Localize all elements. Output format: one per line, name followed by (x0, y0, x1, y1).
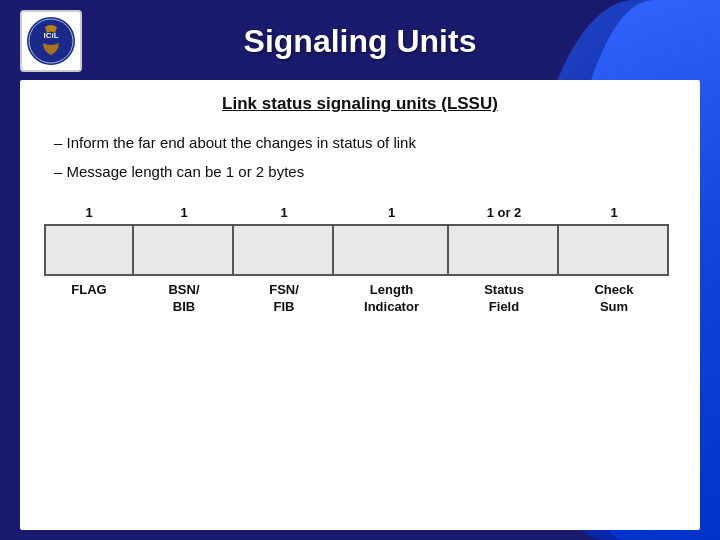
subtitle: Link status signaling units (LSSU) (44, 94, 676, 114)
bullet-item-2: – Message length can be 1 or 2 bytes (54, 161, 676, 184)
bit-fsn: 1 (234, 205, 334, 220)
field-bsn (134, 224, 234, 276)
bullet-item-1: – Inform the far end about the changes i… (54, 132, 676, 155)
label-bsn: BSN/BIB (134, 282, 234, 316)
bit-flag: 1 (44, 205, 134, 220)
label-length: LengthIndicator (334, 282, 449, 316)
label-flag: FLAG (44, 282, 134, 316)
diagram-section: 1 1 1 1 1 or 2 1 FLAG BSN/BIB FSN/FIB (44, 205, 676, 316)
page-title: Signaling Units (82, 23, 638, 60)
content-area: Link status signaling units (LSSU) – Inf… (20, 80, 700, 530)
bit-length: 1 (334, 205, 449, 220)
logo-svg: ICiL (23, 13, 79, 69)
bits-row: 1 1 1 1 1 or 2 1 (44, 205, 676, 220)
bullet-points: – Inform the far end about the changes i… (44, 132, 676, 183)
main-content: ICiL Signaling Units Link status signali… (0, 0, 720, 540)
bit-status: 1 or 2 (449, 205, 559, 220)
label-check: CheckSum (559, 282, 669, 316)
fields-row (44, 224, 676, 276)
svg-text:ICiL: ICiL (43, 31, 58, 40)
label-fsn: FSN/FIB (234, 282, 334, 316)
label-status: StatusField (449, 282, 559, 316)
field-flag (44, 224, 134, 276)
field-fsn (234, 224, 334, 276)
logo-inner: ICiL (23, 13, 79, 69)
bit-bsn: 1 (134, 205, 234, 220)
field-status (449, 224, 559, 276)
svg-point-0 (27, 17, 75, 65)
field-label-row: FLAG BSN/BIB FSN/FIB LengthIndicator Sta… (44, 282, 676, 316)
field-length (334, 224, 449, 276)
field-check (559, 224, 669, 276)
bit-check: 1 (559, 205, 669, 220)
logo-box: ICiL (20, 10, 82, 72)
header: ICiL Signaling Units (20, 10, 700, 72)
